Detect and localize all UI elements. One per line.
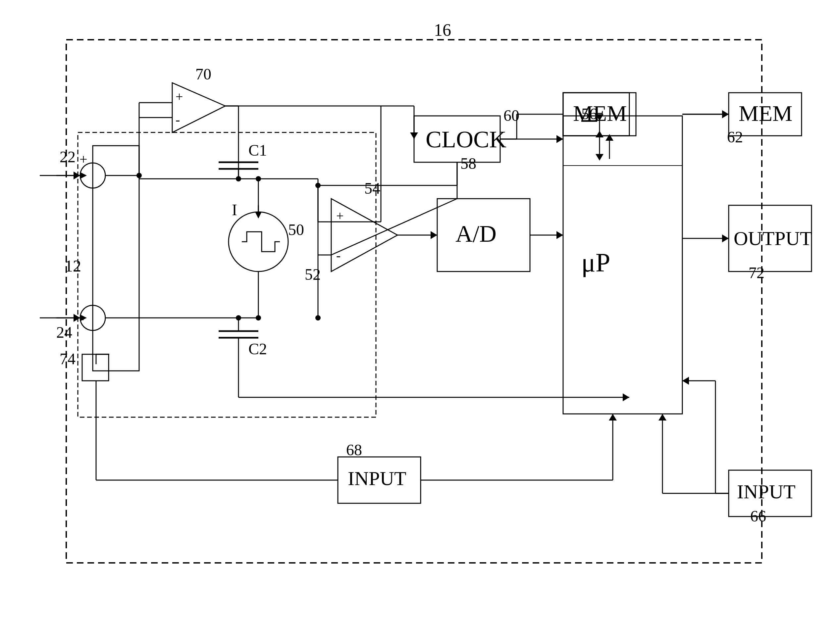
label-50: 50 [288, 221, 304, 238]
svg-point-19 [137, 173, 142, 178]
label-mem-right: MEM [739, 101, 792, 126]
label-ad: A/D [456, 220, 497, 247]
svg-point-41 [236, 315, 241, 320]
label-22: 22 [59, 148, 76, 166]
label-input-bottom: INPUT [348, 468, 406, 490]
svg-rect-0 [0, 0, 839, 644]
label-c2: C2 [248, 340, 267, 358]
label-72: 72 [749, 264, 765, 281]
label-62: 62 [727, 128, 743, 146]
label-68: 68 [346, 441, 362, 458]
svg-point-50 [315, 315, 321, 320]
label-24: 24 [56, 324, 72, 341]
label-mup: μP [581, 248, 610, 277]
svg-text:+: + [336, 208, 344, 223]
label-74: 74 [59, 350, 76, 368]
label-input-right: INPUT [737, 481, 796, 503]
label-58: 58 [461, 154, 476, 172]
label-clock: CLOCK [426, 126, 507, 153]
label-c1: C1 [248, 141, 267, 159]
svg-text:-: - [176, 112, 180, 127]
label-12: 12 [64, 256, 81, 275]
label-70: 70 [196, 65, 211, 83]
svg-text:+: + [79, 152, 87, 167]
label-66: 66 [750, 507, 766, 525]
svg-text:+: + [176, 89, 183, 104]
label-i: I [232, 201, 237, 219]
label-16: 16 [434, 21, 451, 39]
label-54: 54 [364, 179, 380, 197]
label-output: OUTPUT [734, 227, 812, 249]
svg-text:-: - [336, 248, 341, 263]
